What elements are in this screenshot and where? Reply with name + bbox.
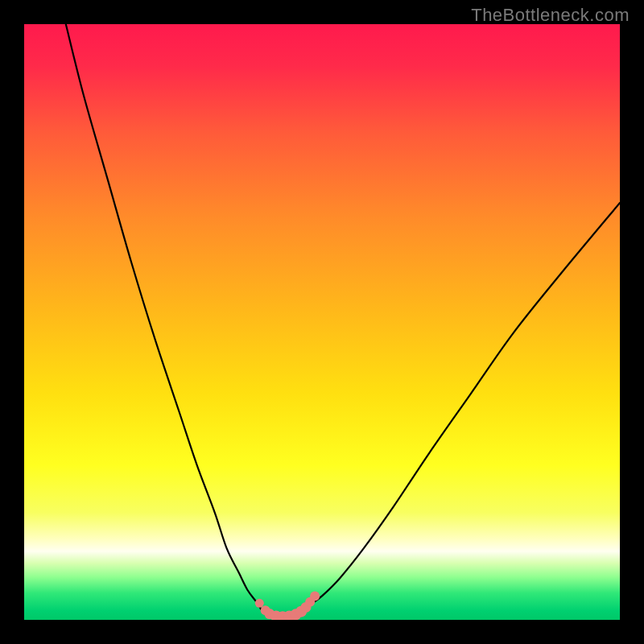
watermark-text: TheBottleneck.com [471,5,630,26]
bottleneck-curve [66,24,620,617]
bottleneck-marker [310,591,320,601]
plot-area [24,24,620,620]
chart-frame: TheBottleneck.com [0,0,644,644]
bottleneck-marker [255,599,264,608]
bottleneck-markers [255,591,320,620]
curve-layer [24,24,620,620]
